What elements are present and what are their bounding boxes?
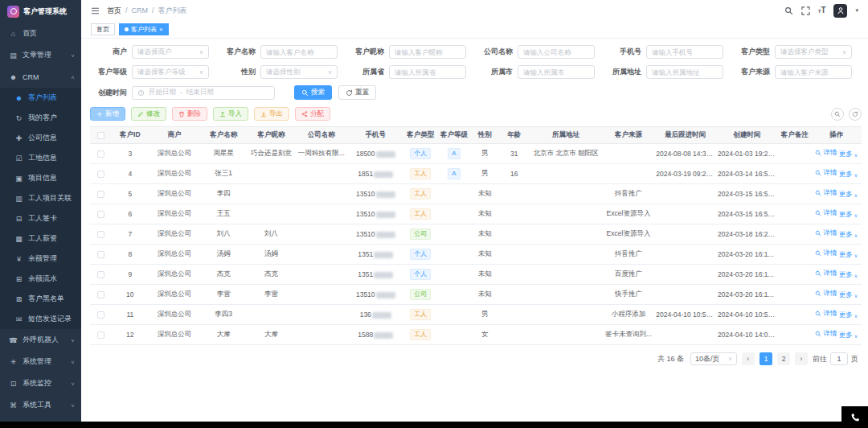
more-link[interactable]: 更多∨ xyxy=(839,150,858,159)
detail-link[interactable]: 详情 xyxy=(815,208,837,218)
table-row[interactable]: 6 深圳总公司 王五 13510 工人 未知 Excel资源导入 2024-03… xyxy=(90,204,862,224)
sidebar-item-sms-send-records[interactable]: ✉ 短信发送记录 xyxy=(0,309,81,329)
breadcrumb-crm[interactable]: CRM xyxy=(132,6,149,14)
delete-button[interactable]: 删除 xyxy=(172,107,207,121)
breadcrumb-home[interactable]: 首页 xyxy=(107,6,121,16)
search-icon[interactable] xyxy=(784,6,793,15)
table-row[interactable]: 3 深圳总公司 周星星 巧合还是刻意 一周科技有限... 18500 个人 A … xyxy=(90,144,862,164)
detail-link[interactable]: 详情 xyxy=(815,249,837,258)
table-row[interactable]: 11 深圳总公司 李四3 136 工人 男 小程序添加 2024-04-10 1… xyxy=(90,305,862,325)
caret-down-icon[interactable]: ▾ xyxy=(855,7,858,14)
export-button[interactable]: 导出 xyxy=(254,107,289,121)
font-size-icon[interactable]: тT xyxy=(818,6,826,14)
close-icon[interactable]: × xyxy=(159,27,163,33)
sidebar-item-balance-flow[interactable]: ⊞ 余额流水 xyxy=(0,269,81,289)
search-button[interactable]: 搜索 xyxy=(294,85,332,100)
sidebar-item-site-info[interactable]: ☑ 工地信息 xyxy=(0,148,81,168)
phone-input[interactable] xyxy=(646,45,723,59)
gender-select[interactable]: 请选择性别∨ xyxy=(260,65,338,79)
more-link[interactable]: 更多∨ xyxy=(839,270,858,280)
more-link[interactable]: 更多∨ xyxy=(839,210,858,220)
customer-source-input[interactable] xyxy=(775,65,852,79)
company-name-input[interactable] xyxy=(518,45,595,59)
sidebar-item-system-management[interactable]: ✳ 系统管理 ∨ xyxy=(0,351,81,372)
address-input[interactable] xyxy=(646,65,723,79)
create-time-range-picker[interactable]: 开始日期 - 结束日期 xyxy=(132,86,275,100)
more-link[interactable]: 更多∨ xyxy=(839,331,858,340)
row-checkbox[interactable] xyxy=(97,171,104,178)
row-checkbox[interactable] xyxy=(97,251,104,258)
customer-level-select[interactable]: 请选择客户等级∨ xyxy=(132,65,209,79)
sidebar-item-customer-list[interactable]: ☻ 客户列表 xyxy=(0,88,81,108)
row-checkbox[interactable] xyxy=(97,191,104,198)
detail-link[interactable]: 详情 xyxy=(815,329,837,339)
user-avatar[interactable] xyxy=(833,4,847,18)
province-input[interactable] xyxy=(389,65,466,79)
row-checkbox[interactable] xyxy=(97,291,104,298)
tab-home[interactable]: 首页 xyxy=(91,23,115,35)
select-all-checkbox[interactable] xyxy=(97,132,104,139)
phone-widget-button[interactable] xyxy=(841,406,868,428)
row-checkbox[interactable] xyxy=(97,271,104,278)
table-row[interactable]: 8 深圳总公司 汤姆 汤姆 1351 个人 未知 抖音推广 2024-03-20… xyxy=(90,245,862,265)
sidebar-item-my-customers[interactable]: ↻ 我的客户 xyxy=(0,108,81,128)
detail-link[interactable]: 详情 xyxy=(815,309,837,319)
detail-link[interactable]: 详情 xyxy=(815,289,837,298)
refresh-button[interactable] xyxy=(849,108,862,121)
detail-link[interactable]: 详情 xyxy=(815,148,837,158)
add-button[interactable]: 新增 xyxy=(90,107,125,121)
more-link[interactable]: 更多∨ xyxy=(839,311,858,320)
row-checkbox[interactable] xyxy=(97,311,104,319)
hamburger-icon[interactable] xyxy=(91,6,100,15)
next-page-button[interactable]: › xyxy=(795,352,808,365)
table-row[interactable]: 12 深圳总公司 大摩 大摩 1588 工人 女 签卡未查询到... 2024-… xyxy=(90,325,862,345)
page-size-select[interactable]: 10条/页∨ xyxy=(690,352,737,365)
fullscreen-icon[interactable] xyxy=(801,6,810,15)
sidebar-item-balance-management[interactable]: ¥ 余额管理 xyxy=(0,249,81,269)
page-button-2[interactable]: 2 xyxy=(777,352,790,365)
row-checkbox[interactable] xyxy=(97,331,104,339)
row-checkbox[interactable] xyxy=(97,211,104,218)
sidebar-item-system-tools[interactable]: ⌘ 系统工具 ∨ xyxy=(0,394,81,416)
more-link[interactable]: 更多∨ xyxy=(839,290,858,300)
customer-name-input[interactable] xyxy=(260,45,338,59)
detail-link[interactable]: 详情 xyxy=(815,228,837,238)
prev-page-button[interactable]: ‹ xyxy=(742,352,755,365)
more-link[interactable]: 更多∨ xyxy=(839,230,858,240)
more-link[interactable]: 更多∨ xyxy=(839,170,858,179)
toggle-search-button[interactable] xyxy=(831,108,844,121)
table-row[interactable]: 4 深圳总公司 张三1 1851 工人 A 男 16 2024-03-19 09… xyxy=(90,164,862,184)
import-button[interactable]: 导入 xyxy=(213,107,248,121)
sidebar-item-system-monitor[interactable]: ⊡ 系统监控 ∨ xyxy=(0,372,81,394)
row-checkbox[interactable] xyxy=(97,231,104,238)
table-row[interactable]: 5 深圳总公司 李四 13510 工人 未知 抖音推广 2024-03-15 1… xyxy=(90,184,862,204)
detail-link[interactable]: 详情 xyxy=(815,269,837,278)
page-button-1[interactable]: 1 xyxy=(760,352,772,365)
more-link[interactable]: 更多∨ xyxy=(839,250,858,260)
sidebar-item-outbound-robot[interactable]: ☎ 外呼机器人 ∨ xyxy=(0,329,81,351)
edit-button[interactable]: 修改 xyxy=(131,107,166,121)
sidebar-item-worker-salary[interactable]: ▦ 工人薪资 xyxy=(0,228,81,249)
table-row[interactable]: 7 深圳总公司 刘八 刘八 13510 公司 未知 Excel资源导入 2024… xyxy=(90,224,862,245)
sidebar-item-company-info[interactable]: ✚ 公司信息 xyxy=(0,128,81,148)
detail-link[interactable]: 详情 xyxy=(815,188,837,198)
row-checkbox[interactable] xyxy=(97,150,104,158)
sidebar-item-project-info[interactable]: ▣ 项目信息 xyxy=(0,168,81,188)
reset-button[interactable]: 重置 xyxy=(338,85,376,100)
detail-link[interactable]: 详情 xyxy=(815,168,837,178)
sidebar-item-worker-project-link[interactable]: ▥ 工人项目关联 xyxy=(0,188,81,208)
merchant-select[interactable]: 请选择商户∨ xyxy=(132,45,209,59)
customer-nickname-input[interactable] xyxy=(389,45,466,59)
more-link[interactable]: 更多∨ xyxy=(839,190,858,200)
table-row[interactable]: 9 深圳总公司 杰克 杰克 1351 个人 未知 百度推广 2024-03-20… xyxy=(90,265,862,285)
sidebar-item-article-management[interactable]: ▤ 文章管理 ∨ xyxy=(0,44,81,66)
sidebar-item-home[interactable]: ⌂ 首页 xyxy=(0,23,81,44)
customer-type-select[interactable]: 请选择客户类型∨ xyxy=(775,45,852,59)
sidebar-item-worker-sign-card[interactable]: ⊟ 工人签卡 xyxy=(0,208,81,228)
sidebar-item-customer-blacklist[interactable]: ⊠ 客户黑名单 xyxy=(0,289,81,309)
sidebar-item-crm[interactable]: ☻ CRM ∧ xyxy=(0,66,81,88)
page-jump-input[interactable]: 1 xyxy=(830,352,848,365)
tab-customer-list[interactable]: 客户列表 × xyxy=(119,23,169,35)
city-input[interactable] xyxy=(518,65,595,79)
assign-button[interactable]: 分配 xyxy=(295,107,330,121)
